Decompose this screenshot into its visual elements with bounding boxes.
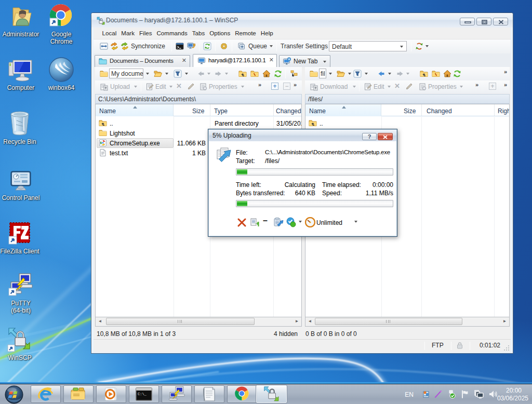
svg-text:C:\_: C:\_: [138, 392, 147, 396]
